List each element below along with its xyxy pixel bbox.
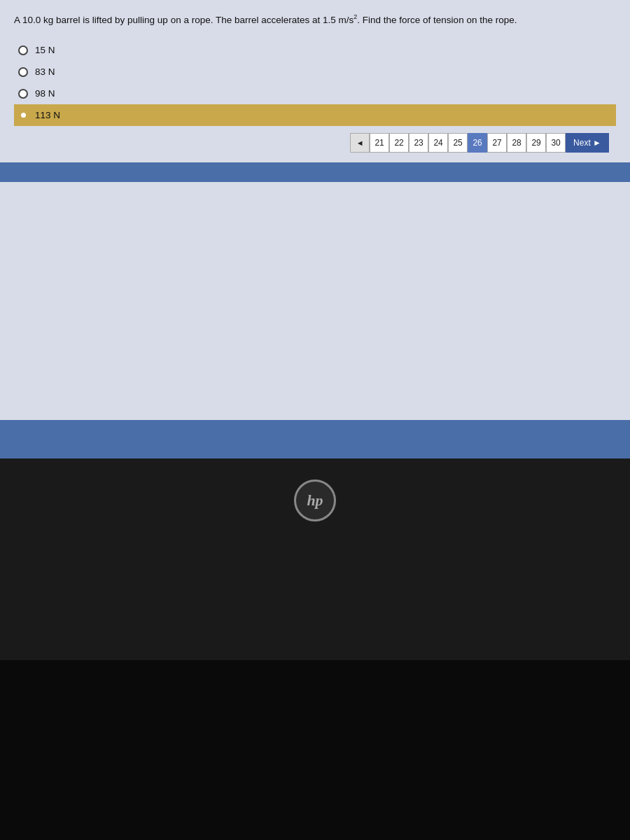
page-27[interactable]: 27 [487,133,507,153]
radio-a [18,46,28,55]
page-23[interactable]: 23 [409,133,428,153]
page-22[interactable]: 22 [389,133,409,153]
pagination-row: ◄ 21 22 23 24 25 26 27 28 29 30 Next ► [14,126,616,162]
option-b-label: 83 N [35,66,55,77]
hp-logo: hp [294,479,336,522]
blue-band-bottom [0,420,630,458]
page-25[interactable]: 25 [448,133,468,153]
option-b[interactable]: 83 N [14,61,616,83]
blue-band-top [0,162,630,182]
page-21[interactable]: 21 [370,133,389,153]
prev-button[interactable]: ◄ [350,133,370,153]
radio-c [18,89,28,99]
desk-area [0,660,630,840]
middle-content-area [0,182,630,420]
answer-options: 15 N 83 N 98 N 113 N [14,39,616,126]
option-c-label: 98 N [35,88,55,99]
option-c[interactable]: 98 N [14,83,616,104]
laptop-area: hp [0,458,630,659]
option-a-label: 15 N [35,45,55,55]
radio-b [18,67,28,77]
option-a[interactable]: 15 N [14,39,616,61]
page-29[interactable]: 29 [526,133,546,153]
page-30[interactable]: 30 [546,133,566,153]
page-26[interactable]: 26 [468,133,487,153]
option-d-label: 113 N [35,110,60,120]
question-text: A 10.0 kg barrel is lifted by pulling up… [14,13,616,27]
page-28[interactable]: 28 [507,133,526,153]
quiz-area: A 10.0 kg barrel is lifted by pulling up… [0,0,630,162]
next-button[interactable]: Next ► [566,133,609,153]
radio-d [18,111,28,120]
page-wrapper: A 10.0 kg barrel is lifted by pulling up… [0,0,630,840]
option-d[interactable]: 113 N [14,104,616,126]
page-24[interactable]: 24 [428,133,448,153]
hp-logo-text: hp [307,491,323,510]
